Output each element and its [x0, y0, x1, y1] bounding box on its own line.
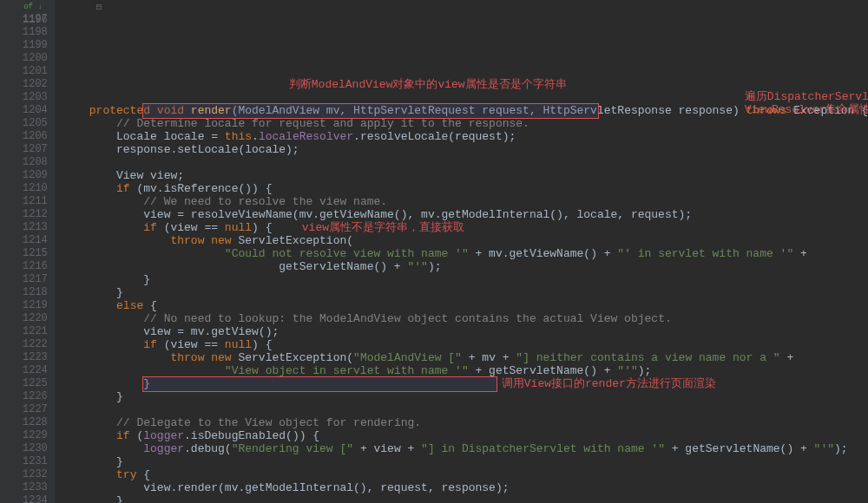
line-number: 1222	[7, 338, 48, 351]
code-line[interactable]: throw new ServletException(	[89, 234, 868, 247]
code-line[interactable]: try {	[89, 468, 868, 481]
line-number: 1232	[7, 468, 48, 481]
code-editor[interactable]: of ↓ 11961197119811991200120112021203120…	[0, 0, 868, 503]
line-number: 1220	[7, 312, 48, 325]
line-number: 1205	[7, 117, 48, 130]
code-area[interactable]: protected void render(ModelAndView mv, H…	[55, 0, 868, 503]
line-number: 1223	[7, 351, 48, 364]
line-number: 1200	[7, 52, 48, 65]
line-number: 1215	[7, 247, 48, 260]
line-number: 1227	[7, 403, 48, 416]
annotation-text: 遍历DispatcherServlet中的	[745, 90, 868, 103]
line-number: 1231	[7, 455, 48, 468]
code-line[interactable]: view = mv.getView();	[89, 325, 868, 338]
line-number: 1203	[7, 91, 48, 104]
line-number: 1207	[7, 143, 48, 156]
code-line[interactable]: }	[89, 390, 868, 403]
line-number: 1224	[7, 364, 48, 377]
code-line[interactable]: }	[89, 455, 868, 468]
code-line[interactable]	[89, 403, 868, 416]
code-line[interactable]: if (view == null) {	[89, 221, 868, 234]
code-line[interactable]: response.setLocale(locale);	[89, 143, 868, 156]
line-number: 1206	[7, 130, 48, 143]
line-number: 1233	[7, 481, 48, 494]
line-number: 1199	[7, 39, 48, 52]
code-line[interactable]: View view;	[89, 169, 868, 182]
code-line[interactable]: Locale locale = this.localeResolver.reso…	[89, 130, 868, 143]
line-number: 1197	[7, 13, 48, 26]
line-number: 1216	[7, 260, 48, 273]
code-line[interactable]: else {	[89, 299, 868, 312]
line-number: 1209	[7, 169, 48, 182]
code-line[interactable]: // Delegate to the View object for rende…	[89, 416, 868, 429]
code-line[interactable]: view = resolveViewName(mv.getViewName(),…	[89, 208, 868, 221]
code-line[interactable]: if (mv.isReference()) {	[89, 182, 868, 195]
code-line[interactable]: logger.debug("Rendering view [" + view +…	[89, 442, 868, 455]
code-line[interactable]: "View object in servlet with name '" + g…	[89, 364, 868, 377]
line-number: 1208	[7, 156, 48, 169]
line-number: 1234	[7, 494, 48, 503]
code-line[interactable]: view.render(mv.getModelInternal(), reque…	[89, 481, 868, 494]
line-number: 1201	[7, 65, 48, 78]
line-number: 1211	[7, 195, 48, 208]
code-line[interactable]	[89, 156, 868, 169]
code-line[interactable]: }	[89, 377, 868, 390]
line-number: 1225	[7, 377, 48, 390]
line-number: 1230	[7, 442, 48, 455]
code-line[interactable]: // No need to lookup: the ModelAndView o…	[89, 312, 868, 325]
line-number: of ↓ 1196	[7, 0, 48, 13]
line-number: 1198	[7, 26, 48, 39]
line-number: 1204	[7, 104, 48, 117]
code-line[interactable]: protected void render(ModelAndView mv, H…	[89, 104, 868, 117]
gutter: of ↓ 11961197119811991200120112021203120…	[0, 0, 55, 503]
line-number: 1226	[7, 390, 48, 403]
annotation-text: 判断ModelAndView对象中的view属性是否是个字符串	[289, 78, 567, 91]
code-line[interactable]: throw new ServletException("ModelAndView…	[89, 351, 868, 364]
code-line[interactable]: }	[89, 273, 868, 286]
code-line[interactable]: // Determine locale for request and appl…	[89, 117, 868, 130]
line-number: 1218	[7, 286, 48, 299]
fold-indicator-icon[interactable]: ⊟	[96, 1, 102, 14]
line-number: 1202	[7, 78, 48, 91]
code-line[interactable]: }	[89, 494, 868, 503]
line-number: 1210	[7, 182, 48, 195]
code-line[interactable]: getServletName() + "'");	[89, 260, 868, 273]
code-line[interactable]: if (view == null) {	[89, 338, 868, 351]
line-number: 1219	[7, 299, 48, 312]
code-line[interactable]: // We need to resolve the view name.	[89, 195, 868, 208]
line-number: 1229	[7, 429, 48, 442]
line-number: 1217	[7, 273, 48, 286]
code-line[interactable]: if (logger.isDebugEnabled()) {	[89, 429, 868, 442]
line-number: 1228	[7, 416, 48, 429]
line-number: 1214	[7, 234, 48, 247]
line-number: 1212	[7, 208, 48, 221]
code-line[interactable]: "Could not resolve view with name '" + m…	[89, 247, 868, 260]
line-number: 1221	[7, 325, 48, 338]
line-number: 1213	[7, 221, 48, 234]
code-line[interactable]: }	[89, 286, 868, 299]
